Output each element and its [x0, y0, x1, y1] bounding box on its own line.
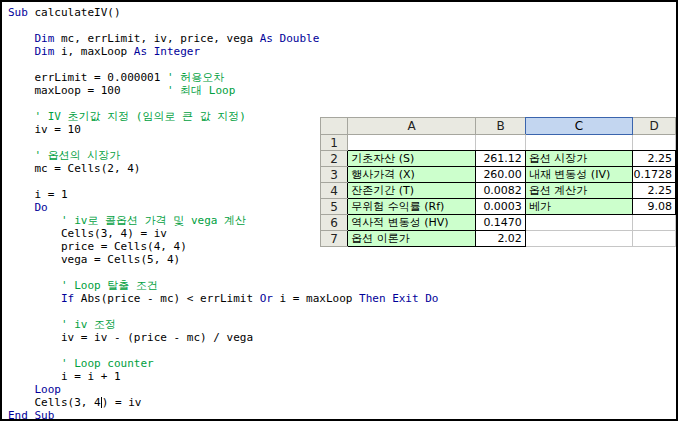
cell-d1[interactable] — [633, 135, 676, 151]
sheet-row-6: 6 역사적 변동성 (HV) 0.1470 — [321, 215, 676, 231]
cell-c5[interactable]: 베가 — [525, 199, 632, 215]
code-text: i = 1 — [8, 188, 68, 201]
column-header-b[interactable]: B — [476, 118, 526, 135]
cell-a6[interactable]: 역사적 변동성 (HV) — [348, 215, 476, 231]
row-header-5[interactable]: 5 — [321, 199, 348, 215]
code-keyword: As Double — [260, 32, 320, 45]
code-text: i = i + 1 — [8, 370, 121, 383]
row-header-7[interactable]: 7 — [321, 231, 348, 247]
pasted-spreadsheet: A B C D 1 2 기초자산 (S) 261.12 옵션 시장가 — [320, 117, 676, 247]
code-comment: ' 허용오차 — [167, 71, 224, 84]
cell-b4[interactable]: 0.0082 — [476, 183, 526, 199]
screenshot-canvas: Sub calculateIV() Dim mc, errLimit, iv, … — [0, 0, 685, 422]
cell-a1[interactable] — [348, 135, 476, 151]
cell-b7[interactable]: 2.02 — [476, 231, 526, 247]
code-text: mc = Cells(2, 4) — [8, 162, 140, 175]
code-line — [8, 97, 676, 110]
cell-b5[interactable]: 0.0003 — [476, 199, 526, 215]
column-header-c-selected[interactable]: C — [525, 118, 632, 135]
code-comment: ' IV 초기값 지정 (임의로 큰 값 지정) — [8, 110, 246, 123]
code-line — [8, 58, 676, 71]
row-header-3[interactable]: 3 — [321, 167, 348, 183]
cell-b1[interactable] — [476, 135, 526, 151]
cell-a3[interactable]: 행사가격 (X) — [348, 167, 476, 183]
row-header-2[interactable]: 2 — [321, 151, 348, 167]
code-comment: ' Loop counter — [8, 357, 154, 370]
cell-a4[interactable]: 잔존기간 (T) — [348, 183, 476, 199]
code-line: errLimit = 0.000001 ' 허용오차 — [8, 71, 676, 84]
code-text: Abs(price - mc) < errLimit — [74, 292, 259, 305]
code-keyword: Dim — [35, 45, 55, 58]
cell-c4[interactable]: 옵션 계산가 — [525, 183, 632, 199]
row-header-4[interactable]: 4 — [321, 183, 348, 199]
code-line — [8, 344, 676, 357]
cell-d7[interactable] — [633, 231, 676, 247]
code-line — [8, 305, 676, 318]
code-keyword: Dim — [35, 32, 55, 45]
code-comment: ' Loop 탈출 조건 — [8, 279, 158, 292]
cell-c7[interactable] — [525, 231, 632, 247]
code-comment: ' iv 조정 — [8, 318, 116, 331]
code-line: If Abs(price - mc) < errLimit Or i = max… — [8, 292, 676, 305]
column-header-d[interactable]: D — [633, 118, 676, 135]
code-keyword: Or — [260, 292, 273, 305]
select-all-corner[interactable] — [321, 118, 348, 135]
code-text: Cells(3, 4 — [8, 396, 101, 409]
cell-c1[interactable] — [525, 135, 632, 151]
cell-c2[interactable]: 옵션 시장가 — [525, 151, 632, 167]
spreadsheet-grid: A B C D 1 2 기초자산 (S) 261.12 옵션 시장가 — [320, 117, 676, 247]
code-text: i, maxLoop — [54, 45, 133, 58]
code-line: ' Loop 탈출 조건 — [8, 279, 676, 292]
cell-b6[interactable]: 0.1470 — [476, 215, 526, 231]
cell-d2[interactable]: 2.25 — [633, 151, 676, 167]
code-line: ' Loop counter — [8, 357, 676, 370]
code-line: maxLoop = 100 ' 최대 Loop — [8, 84, 676, 97]
code-keyword: As Integer — [134, 45, 200, 58]
code-line: End Sub — [8, 409, 676, 422]
code-keyword: Loop — [35, 383, 62, 396]
code-line — [8, 19, 676, 32]
column-header-row: A B C D — [321, 118, 676, 135]
code-text — [8, 201, 35, 214]
code-line: ' iv 조정 — [8, 318, 676, 331]
code-text: i = maxLoop — [273, 292, 359, 305]
code-text: ) = iv — [102, 396, 142, 409]
cell-d6[interactable] — [633, 215, 676, 231]
row-header-1[interactable]: 1 — [321, 135, 348, 151]
code-line: iv = iv - (price - mc) / vega — [8, 331, 676, 344]
cell-b2[interactable]: 261.12 — [476, 151, 526, 167]
code-line: Sub calculateIV() — [8, 6, 676, 19]
code-keyword: Sub — [8, 6, 28, 19]
cell-d3[interactable]: 0.1728 — [633, 167, 676, 183]
cell-b3[interactable]: 260.00 — [476, 167, 526, 183]
code-keyword: Then Exit Do — [359, 292, 438, 305]
sheet-row-3: 3 행사가격 (X) 260.00 내재 변동성 (IV) 0.1728 — [321, 167, 676, 183]
row-header-6[interactable]: 6 — [321, 215, 348, 231]
code-text: price = Cells(4, 4) — [8, 240, 187, 253]
sheet-row-5: 5 무위험 수익률 (Rf) 0.0003 베가 9.08 — [321, 199, 676, 215]
code-line — [8, 266, 676, 279]
code-text: iv = iv - (price - mc) / vega — [8, 331, 253, 344]
cell-a5[interactable]: 무위험 수익률 (Rf) — [348, 199, 476, 215]
sheet-row-7: 7 옵션 이론가 2.02 — [321, 231, 676, 247]
code-text: maxLoop = 100 — [8, 84, 167, 97]
column-header-a[interactable]: A — [348, 118, 476, 135]
code-comment: ' iv로 콜옵션 가격 및 vega 계산 — [8, 214, 246, 227]
sheet-row-2: 2 기초자산 (S) 261.12 옵션 시장가 2.25 — [321, 151, 676, 167]
cell-d5[interactable]: 9.08 — [633, 199, 676, 215]
code-comment: ' 옵션의 시장가 — [8, 149, 120, 162]
code-text: errLimit = 0.000001 — [8, 71, 167, 84]
cell-a2[interactable]: 기초자산 (S) — [348, 151, 476, 167]
cell-c6[interactable] — [525, 215, 632, 231]
code-text — [8, 32, 35, 45]
code-text — [8, 45, 35, 58]
sheet-row-4: 4 잔존기간 (T) 0.0082 옵션 계산가 2.25 — [321, 183, 676, 199]
code-keyword: If — [61, 292, 74, 305]
cell-d4[interactable]: 2.25 — [633, 183, 676, 199]
code-comment: ' 최대 Loop — [167, 84, 235, 97]
cell-c3[interactable]: 내재 변동성 (IV) — [525, 167, 632, 183]
code-text: vega = Cells(5, 4) — [8, 253, 180, 266]
cell-a7[interactable]: 옵션 이론가 — [348, 231, 476, 247]
code-text — [8, 292, 61, 305]
code-line: Dim i, maxLoop As Integer — [8, 45, 676, 58]
